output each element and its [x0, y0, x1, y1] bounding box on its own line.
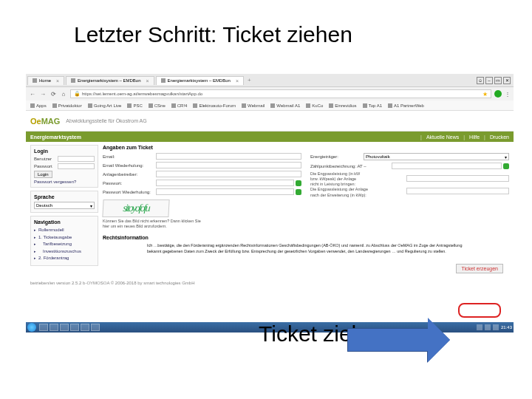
bookmark-label: Webmail A1 — [276, 103, 300, 108]
close-icon[interactable]: × — [146, 78, 149, 83]
captcha-image: sitoyofofu — [102, 200, 169, 217]
url-text: https://set.lement.oem-ag.at/emwebesmagv… — [82, 92, 202, 96]
new-tab-button[interactable]: + — [248, 77, 251, 83]
nav-link-news[interactable]: Aktuelle News — [426, 134, 459, 140]
meterpoint-input[interactable] — [392, 163, 502, 169]
bookmark-label: KuCo — [312, 103, 323, 108]
taskbar-app-icon[interactable] — [81, 324, 89, 331]
bookmark-item[interactable]: Webmail — [242, 103, 265, 108]
browser-tab[interactable]: Home × — [27, 76, 64, 85]
bookmark-label: Einrevidios — [335, 103, 356, 108]
browser-tab-active[interactable]: Energiemarktsystem – EMDBon × — [156, 76, 244, 85]
taskbar-app-icon[interactable] — [60, 324, 69, 331]
bookmark-item[interactable]: Elektroauto-Forum — [193, 103, 236, 108]
capacity-input-2[interactable] — [406, 188, 509, 194]
browser-tab-strip: Home × Energiemarktsystem – EMDBon × Ene… — [26, 74, 514, 87]
site-icon — [363, 103, 367, 108]
taskbar-app-icon[interactable] — [70, 324, 79, 331]
operator-input[interactable] — [156, 171, 301, 177]
email2-input[interactable] — [156, 162, 301, 168]
back-button[interactable]: ← — [29, 90, 36, 98]
bookmark-item[interactable]: Privatdoktor — [52, 103, 82, 108]
nav-item[interactable]: Rollenmodell — [34, 227, 95, 234]
footer-version: betrieben/en version 2.5.2 b-OYMOSOA © 2… — [26, 281, 514, 285]
language-value: Deutsch — [36, 203, 52, 208]
bookmark-item[interactable]: A1 PartnerWeb — [388, 103, 424, 108]
pass-input[interactable] — [156, 180, 294, 186]
nav-link-print[interactable]: Drucken — [490, 134, 509, 140]
language-select[interactable]: Deutsch▾ — [34, 202, 95, 209]
nav-item[interactable]: Tarifbesetzung — [34, 241, 95, 248]
language-heading: Sprache — [34, 194, 95, 200]
forgot-password-link[interactable]: Passwort vergessen? — [34, 180, 95, 184]
bookmark-star-icon[interactable]: ★ — [482, 91, 488, 98]
taskbar-app-icon[interactable] — [91, 324, 100, 331]
browser-menu-button[interactable]: ⋮ — [505, 91, 511, 98]
start-button[interactable] — [27, 323, 36, 332]
bookmark-label: Going Art Live — [94, 103, 122, 108]
login-button[interactable]: Login — [34, 171, 52, 178]
site-icon — [52, 103, 57, 108]
window-max-button[interactable]: ▭ — [494, 77, 502, 84]
energy-type-value: Photovoltaik — [366, 154, 390, 159]
nav-item[interactable]: 1. Ticketausgabe — [34, 234, 95, 242]
window-close-button[interactable]: ✕ — [503, 77, 511, 84]
captcha-help-text[interactable]: Können Sie das Bild nicht erkennen? Dann… — [103, 219, 206, 229]
clock[interactable]: 21:43 — [501, 325, 512, 330]
forward-button[interactable]: → — [39, 90, 47, 98]
bookmark-item[interactable]: KuCo — [306, 103, 323, 108]
site-icon — [88, 103, 92, 108]
taskbar-app-icon[interactable] — [50, 324, 58, 331]
browser-window: Home × Energiemarktsystem – EMDBon × Ene… — [26, 74, 514, 332]
capacity-note: Die Engpassleistung (in kW bzw. kWpeak) … — [310, 171, 406, 198]
bookmarks-bar: Apps Privatdoktor Going Art Live PSC CSn… — [26, 100, 514, 111]
chevron-down-icon: ▾ — [90, 203, 92, 208]
page-icon — [161, 78, 166, 83]
tray-icon[interactable] — [493, 324, 499, 330]
nav-link-help[interactable]: Hilfe — [469, 134, 480, 140]
folder-icon — [30, 103, 35, 108]
bookmark-item[interactable]: Top A1 — [363, 103, 382, 108]
tray-icon[interactable] — [485, 324, 491, 330]
bookmark-item[interactable]: PSC — [127, 103, 142, 108]
pass-label: Passwort: — [103, 181, 156, 185]
nav-item[interactable]: 2. Förderantrag — [34, 255, 95, 262]
site-icon — [306, 103, 310, 108]
login-box: Login Benutzer Passwort Login Passwort v… — [30, 145, 98, 188]
energy-type-select[interactable]: Photovoltaik▾ — [364, 153, 509, 160]
energy-type-label: Energieträger: — [310, 154, 364, 159]
bookmark-item[interactable]: CSne — [149, 103, 166, 108]
bookmark-item[interactable]: Going Art Live — [88, 103, 122, 108]
form-heading: Angaben zum Ticket — [103, 145, 509, 150]
home-button[interactable]: ⌂ — [60, 90, 67, 98]
bookmark-label: CSne — [154, 103, 166, 108]
site-icon — [388, 103, 392, 108]
window-min-button[interactable]: – — [485, 77, 493, 84]
close-icon[interactable]: × — [56, 78, 59, 83]
address-bar[interactable]: 🔒 https://set.lement.oem-ag.at/emwebesma… — [70, 89, 491, 98]
bookmark-label: Elektroauto-Forum — [199, 103, 236, 108]
bookmark-item[interactable]: Webmail A1 — [270, 103, 300, 108]
profile-icon[interactable]: ☺ — [477, 77, 484, 84]
bookmark-item[interactable]: Apps — [30, 103, 47, 108]
bookmark-item[interactable]: CR!4 — [171, 103, 188, 108]
browser-tab[interactable]: Energiemarktsystem – EMDBon × — [66, 76, 154, 85]
bookmark-label: PSC — [133, 103, 142, 108]
slide-title: Letzter Schritt: Ticket ziehen — [0, 0, 532, 56]
close-icon[interactable]: × — [236, 78, 239, 83]
pass2-input[interactable] — [156, 188, 294, 195]
taskbar-app-icon[interactable] — [39, 324, 48, 331]
nav-item[interactable]: Investitionszuschus — [34, 248, 95, 256]
profile-avatar[interactable] — [494, 90, 502, 98]
bookmark-item[interactable]: Einrevidios — [329, 103, 356, 108]
capacity-input-1[interactable] — [406, 175, 509, 182]
site-icon — [171, 103, 176, 108]
user-input[interactable] — [58, 156, 95, 162]
password-input[interactable] — [58, 163, 95, 169]
site-icon — [127, 103, 132, 108]
page-icon — [33, 78, 37, 83]
reload-button[interactable]: ⟳ — [50, 90, 57, 98]
create-ticket-button[interactable]: Ticket erzeugen — [456, 264, 503, 273]
email-input[interactable] — [156, 153, 301, 160]
tray-icon[interactable] — [477, 324, 482, 330]
